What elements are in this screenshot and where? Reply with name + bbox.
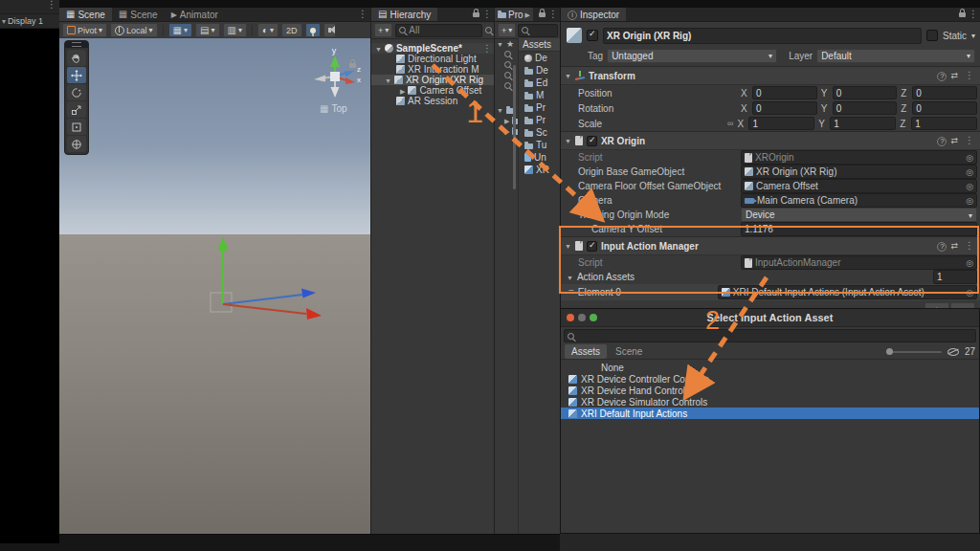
drag-handle-icon[interactable] bbox=[568, 288, 574, 298]
tree-item-xr-origin[interactable]: XR Origin (XR Rig bbox=[371, 75, 495, 85]
tree-item-scene[interactable]: SampleScene* bbox=[371, 43, 495, 54]
tab-inspector[interactable]: Inspector bbox=[561, 8, 626, 21]
presets-icon[interactable] bbox=[950, 136, 958, 145]
tree-item-ar-session[interactable]: AR Session bbox=[371, 96, 495, 106]
help-icon[interactable] bbox=[937, 241, 947, 252]
object-picker-icon[interactable] bbox=[966, 167, 973, 177]
asset-item[interactable]: XR bbox=[519, 164, 561, 176]
camera-y-offset-field[interactable]: 1.1176 bbox=[741, 222, 977, 236]
foldout-open-icon[interactable] bbox=[565, 71, 571, 80]
scene-search-icon[interactable] bbox=[485, 27, 492, 33]
scene-move-gizmo[interactable] bbox=[203, 209, 337, 325]
asset-item[interactable]: Sc bbox=[519, 126, 561, 139]
object-picker-icon[interactable] bbox=[966, 258, 973, 268]
lighting-toggle-button[interactable] bbox=[305, 23, 321, 37]
script-field[interactable]: XROrigin bbox=[741, 150, 977, 165]
tree-item-directional-light[interactable]: Directional Light bbox=[371, 54, 495, 64]
lock-icon[interactable] bbox=[539, 12, 546, 17]
component-enabled-checkbox[interactable] bbox=[587, 241, 597, 252]
slider-thumb[interactable] bbox=[886, 348, 893, 355]
popup-tab-assets[interactable]: Assets bbox=[565, 344, 607, 359]
asset-item[interactable]: Un bbox=[519, 151, 561, 164]
asset-item[interactable]: Tu bbox=[519, 139, 561, 151]
tree-item-xr-interaction-manager[interactable]: XR Interaction M bbox=[371, 64, 495, 75]
minimize-window-icon[interactable] bbox=[578, 314, 586, 321]
inspector-menu-icon[interactable] bbox=[966, 10, 980, 19]
rect-tool-button[interactable] bbox=[67, 119, 86, 135]
project-search-input[interactable] bbox=[518, 24, 558, 37]
script-field[interactable]: InputActionManager bbox=[741, 255, 977, 270]
asset-item[interactable]: Pr bbox=[519, 114, 561, 126]
object-picker-icon[interactable] bbox=[966, 153, 973, 163]
create-asset-button[interactable]: + bbox=[498, 23, 516, 37]
move-tool-button[interactable] bbox=[67, 67, 86, 83]
asset-option-none[interactable]: None bbox=[561, 362, 979, 373]
foldout-open-icon[interactable] bbox=[567, 273, 573, 282]
help-icon[interactable] bbox=[937, 71, 947, 81]
lock-icon[interactable] bbox=[473, 12, 479, 17]
popup-tab-scene[interactable]: Scene bbox=[609, 344, 649, 359]
origin-base-field[interactable]: XR Origin (XR Rig) bbox=[741, 165, 977, 179]
project-menu-icon[interactable] bbox=[546, 10, 561, 19]
display-selector[interactable]: Display 1 bbox=[8, 16, 43, 26]
rotate-tool-button[interactable] bbox=[67, 84, 86, 100]
constrain-proportions-icon[interactable] bbox=[727, 119, 733, 128]
presets-icon[interactable] bbox=[950, 71, 958, 80]
component-menu-icon[interactable] bbox=[962, 136, 977, 145]
tab-scene-2[interactable]: Scene bbox=[112, 8, 165, 21]
create-button[interactable]: + bbox=[374, 23, 392, 37]
rotation-y-field[interactable]: 0 bbox=[833, 101, 898, 115]
position-x-field[interactable]: 0 bbox=[752, 86, 817, 99]
popup-titlebar[interactable]: Select Input Action Asset bbox=[561, 309, 979, 327]
favorite-search-item[interactable] bbox=[495, 49, 518, 59]
xr-origin-header[interactable]: XR Origin bbox=[561, 131, 980, 150]
audio-toggle-button[interactable] bbox=[323, 23, 336, 37]
foldout-closed-icon[interactable] bbox=[400, 86, 405, 96]
element-0-field[interactable]: XRI Default Input Actions (Input Action … bbox=[718, 285, 977, 299]
asset-item[interactable]: Pr bbox=[519, 101, 561, 114]
overlay-drag-handle[interactable] bbox=[65, 41, 88, 48]
transform-tool-button[interactable] bbox=[67, 136, 86, 152]
close-window-icon[interactable] bbox=[567, 314, 574, 321]
2d-toggle-button[interactable]: 2D bbox=[281, 23, 302, 37]
favorites-root[interactable] bbox=[495, 38, 518, 49]
object-picker-icon[interactable] bbox=[966, 182, 973, 191]
scene-viewport[interactable]: y z x Top bbox=[59, 38, 370, 534]
presets-icon[interactable] bbox=[950, 241, 958, 251]
gameobject-cube-icon[interactable] bbox=[567, 28, 582, 43]
gizmo-lock-icon[interactable] bbox=[349, 63, 356, 68]
chevron-down-icon[interactable] bbox=[2, 16, 6, 26]
lock-icon[interactable] bbox=[959, 12, 966, 17]
scene-panel-menu-icon[interactable] bbox=[355, 10, 370, 19]
static-checkbox[interactable] bbox=[926, 30, 938, 41]
grid-visibility-button[interactable] bbox=[168, 23, 192, 37]
action-assets-row[interactable]: Action Assets 1 bbox=[561, 270, 980, 284]
asset-option[interactable]: XR Device Hand Controls bbox=[561, 385, 979, 396]
position-z-field[interactable]: 0 bbox=[912, 86, 977, 99]
scene-options-icon[interactable] bbox=[479, 44, 495, 54]
scale-tool-button[interactable] bbox=[67, 101, 86, 118]
static-flags-dropdown-icon[interactable] bbox=[971, 31, 975, 40]
asset-item[interactable]: De bbox=[519, 52, 561, 64]
snap-increment-button[interactable] bbox=[223, 23, 247, 37]
tab-scene-1[interactable]: Scene bbox=[59, 8, 112, 21]
shading-mode-button[interactable] bbox=[257, 23, 278, 37]
asset-option[interactable]: XR Device Simulator Controls bbox=[561, 396, 979, 408]
asset-item[interactable]: De bbox=[519, 64, 561, 77]
tab-animator[interactable]: Animator bbox=[165, 8, 225, 21]
help-icon[interactable] bbox=[937, 136, 947, 146]
hand-tool-button[interactable] bbox=[67, 50, 86, 66]
hidden-packages-icon[interactable] bbox=[947, 348, 959, 356]
asset-item[interactable]: Ed bbox=[519, 77, 561, 89]
scale-y-field[interactable]: 1 bbox=[830, 117, 896, 130]
tag-dropdown[interactable]: Untagged bbox=[607, 49, 777, 63]
view-orientation-label[interactable]: Top bbox=[320, 103, 347, 114]
scale-x-field[interactable]: 1 bbox=[748, 117, 814, 130]
grid-snap-button[interactable] bbox=[195, 23, 219, 37]
tab-hierarchy[interactable]: Hierarchy bbox=[371, 8, 437, 21]
foldout-open-icon[interactable] bbox=[375, 44, 382, 54]
scale-z-field[interactable]: 1 bbox=[911, 117, 977, 130]
popup-search-input[interactable] bbox=[564, 329, 976, 342]
scrollbar[interactable] bbox=[513, 65, 516, 189]
camera-field[interactable]: Main Camera (Camera) bbox=[741, 193, 977, 208]
